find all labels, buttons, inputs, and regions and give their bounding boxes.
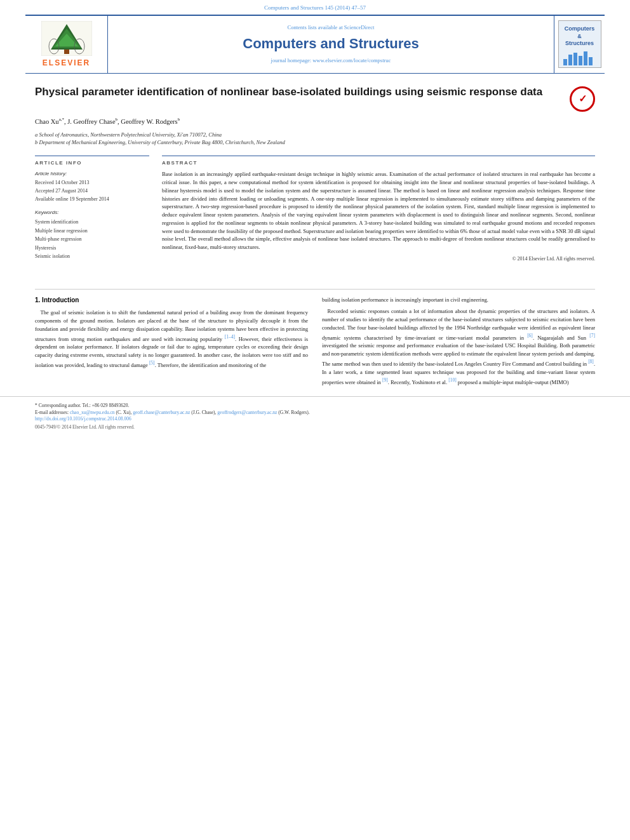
keywords-section: Keywords: System identification Multiple…	[35, 209, 149, 261]
available-date: Available online 19 September 2014	[35, 196, 149, 204]
footnote-star: * Corresponding author. Tel.: +86 029 88…	[35, 402, 595, 409]
svg-rect-8	[568, 55, 572, 65]
header-center: Contents lists available at ScienceDirec…	[108, 16, 554, 74]
affiliation-a: a School of Astronautics, Northwestern P…	[35, 131, 595, 139]
affiliation-b: b Department of Mechanical Engineering, …	[35, 138, 595, 147]
article-content: Physical parameter identification of non…	[0, 74, 630, 283]
section-divider	[35, 289, 595, 290]
author3-name: Geoffrey W. Rodgers	[121, 118, 177, 125]
abstract-label: ABSTRACT	[162, 159, 595, 166]
footnote-text: * Corresponding author. Tel.: +86 029 88…	[35, 402, 595, 417]
ref-5[interactable]: [5]	[149, 360, 155, 366]
keywords-list: System identification Multiple linear re…	[35, 218, 149, 261]
journal-title: Computers and Structures	[243, 34, 419, 54]
keyword-5: Seismic isolation	[35, 252, 149, 261]
svg-rect-11	[584, 51, 587, 65]
crossmark-badge-container	[570, 86, 595, 112]
history-label: Article history:	[35, 170, 149, 177]
abstract-column: ABSTRACT Base isolation is an increasing…	[162, 156, 595, 262]
ref-10[interactable]: [10]	[448, 377, 457, 383]
svg-rect-10	[579, 56, 582, 65]
page: Computers and Structures 145 (2014) 47–5…	[0, 0, 630, 840]
keyword-1: System identification	[35, 218, 149, 227]
svg-rect-7	[563, 59, 567, 65]
header-right: Computers & Structures	[554, 16, 605, 74]
keyword-3: Multi-phase regression	[35, 235, 149, 244]
article-dates: Received 14 October 2013 Accepted 27 Aug…	[35, 179, 149, 203]
intro-text-right: building isolation performance is increa…	[322, 296, 595, 387]
svg-rect-9	[573, 53, 577, 65]
ref-8[interactable]: [8]	[588, 359, 594, 364]
author2-sup: b	[116, 117, 118, 122]
issn-line: 0045-7949/© 2014 Elsevier Ltd. All right…	[35, 424, 595, 431]
body-col-left: 1. Introduction The goal of seismic isol…	[35, 296, 308, 390]
author1-name: Chao Xu	[35, 118, 59, 125]
intro-heading: 1. Introduction	[35, 296, 308, 305]
doi-link[interactable]: http://dx.doi.org/10.1016/j.compstruc.20…	[35, 416, 131, 422]
body-content: 1. Introduction The goal of seismic isol…	[0, 296, 630, 390]
author3-sup: b	[178, 117, 180, 122]
body-col-right: building isolation performance is increa…	[322, 296, 595, 390]
article-info-abstract-row: ARTICLE INFO Article history: Received 1…	[35, 156, 595, 262]
intro-text-left: The goal of seismic isolation is to shif…	[35, 309, 308, 370]
article-info-column: ARTICLE INFO Article history: Received 1…	[35, 156, 149, 262]
keyword-4: Hysteresis	[35, 244, 149, 253]
keyword-2: Multiple linear regression	[35, 227, 149, 236]
doi-line: http://dx.doi.org/10.1016/j.compstruc.20…	[35, 416, 595, 423]
ref-6[interactable]: [6]	[527, 333, 533, 338]
author1-sup: a,*	[59, 117, 64, 122]
crossmark-icon	[570, 86, 595, 112]
ref-1-4[interactable]: [1–4]	[225, 334, 235, 340]
article-info-box: ARTICLE INFO Article history: Received 1…	[35, 156, 149, 261]
keywords-label: Keywords:	[35, 209, 149, 216]
ref-9[interactable]: [9]	[382, 377, 388, 383]
journal-ref-text: Computers and Structures 145 (2014) 47–5…	[264, 4, 366, 11]
footnote-emails: E-mail addresses: chao_xu@nwpu.edu.cn (C…	[35, 409, 595, 416]
journal-homepage: journal homepage: www.elsevier.com/locat…	[271, 57, 391, 65]
cover-thumbnail: Computers & Structures	[558, 20, 601, 68]
abstract-copyright: © 2014 Elsevier Ltd. All rights reserved…	[162, 255, 595, 262]
cover-chart	[562, 50, 597, 65]
header-logo-area: ELSEVIER	[25, 16, 108, 74]
elsevier-brand: ELSEVIER	[43, 58, 90, 69]
footer: * Corresponding author. Tel.: +86 029 88…	[0, 396, 630, 434]
contents-line: Contents lists available at ScienceDirec…	[288, 24, 375, 32]
author2-name: J. Geoffrey Chase	[67, 118, 115, 125]
intro-para-2: building isolation performance is increa…	[322, 296, 595, 304]
authors-line: Chao Xua,*, J. Geoffrey Chaseb, Geoffrey…	[35, 117, 595, 126]
intro-para-1: The goal of seismic isolation is to shif…	[35, 309, 308, 370]
tree-illustration	[41, 21, 92, 56]
elsevier-logo: ELSEVIER	[41, 21, 92, 69]
email-link-2[interactable]: geoff.chase@canterbury.ac.nz	[133, 410, 190, 415]
email-link-3[interactable]: geoffrodgers@canterbury.ac.nz	[217, 410, 277, 415]
top-ref-bar: Computers and Structures 145 (2014) 47–5…	[0, 0, 630, 15]
intro-para-3: Recorded seismic responses contain a lot…	[322, 307, 595, 387]
accepted-date: Accepted 27 August 2014	[35, 187, 149, 196]
received-date: Received 14 October 2013	[35, 179, 149, 187]
affiliations: a School of Astronautics, Northwestern P…	[35, 131, 595, 147]
email-link-1[interactable]: chao_xu@nwpu.edu.cn	[70, 410, 115, 415]
article-title: Physical parameter identification of non…	[35, 85, 563, 99]
ref-7[interactable]: [7]	[589, 333, 595, 338]
svg-rect-12	[589, 57, 593, 65]
journal-header: ELSEVIER Contents lists available at Sci…	[25, 15, 605, 74]
abstract-box: ABSTRACT Base isolation is an increasing…	[162, 156, 595, 262]
abstract-text: Base isolation is an increasingly applie…	[162, 170, 595, 251]
article-info-label: ARTICLE INFO	[35, 159, 149, 166]
